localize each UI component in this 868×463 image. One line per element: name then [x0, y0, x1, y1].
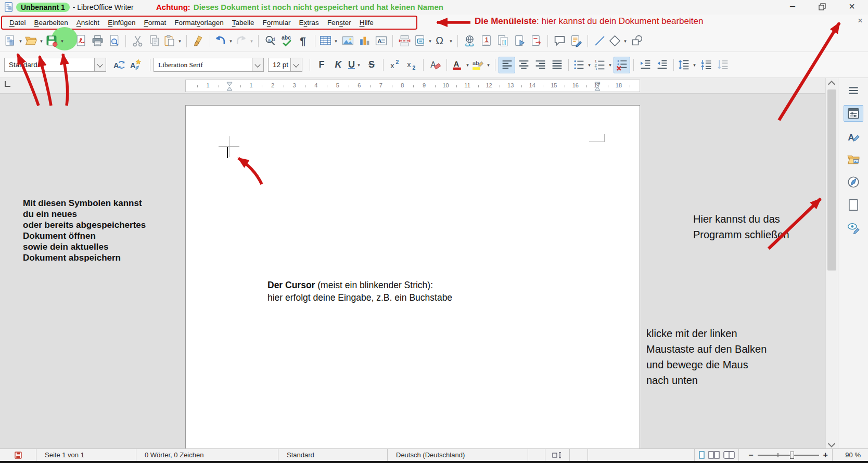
spelling-button[interactable]: abc — [278, 33, 295, 49]
menu-hilfe[interactable]: Hilfe — [355, 17, 378, 29]
sidebar-tab-gallery[interactable] — [844, 151, 863, 168]
align-right-button[interactable] — [532, 57, 548, 73]
insert-page-break-button[interactable] — [396, 33, 413, 49]
maximize-button[interactable] — [812, 0, 833, 14]
strikethrough-button[interactable]: S — [363, 57, 380, 73]
insert-footnote-button[interactable]: [i] — [494, 33, 511, 49]
decrease-indent-button[interactable] — [654, 57, 670, 73]
open-button[interactable]: ▾ — [24, 33, 45, 49]
show-draw-functions-button[interactable] — [629, 33, 645, 49]
menu-datei[interactable]: Datei — [5, 17, 30, 29]
minimize-button[interactable]: – — [782, 0, 803, 14]
undo-dropdown-icon[interactable]: ▾ — [228, 38, 234, 44]
save-button[interactable]: ▾ — [45, 33, 66, 49]
zoom-slider-thumb[interactable] — [790, 452, 794, 459]
insert-special-character-button[interactable]: Ω▾ — [433, 33, 454, 49]
align-justify-button[interactable] — [548, 57, 565, 73]
basic-shapes-button[interactable]: ▾ — [608, 33, 629, 49]
sidebar-tab-sidebar-settings[interactable] — [844, 82, 863, 99]
redo-button[interactable]: ▾ — [234, 33, 255, 49]
unordered-list-dropdown-icon[interactable]: ▾ — [586, 62, 592, 68]
save-status-cell[interactable] — [0, 449, 36, 461]
menu-formatvorlagen[interactable]: Formatvorlagen — [170, 17, 228, 29]
insert-table-dropdown-icon[interactable]: ▾ — [333, 38, 339, 44]
menu-einfgen[interactable]: Einfügen — [104, 17, 139, 29]
page-count-cell[interactable]: Seite 1 von 1 — [36, 449, 136, 461]
insert-bookmark-button[interactable] — [511, 33, 528, 49]
insert-chart-button[interactable] — [356, 33, 373, 49]
insert-field-dropdown-icon[interactable]: ▾ — [427, 38, 433, 44]
export-pdf-button[interactable] — [72, 33, 89, 49]
underline-dropdown-icon[interactable]: ▾ — [356, 62, 362, 68]
highlighting-color-dropdown-icon[interactable]: ▾ — [486, 62, 491, 68]
bold-button[interactable]: F — [313, 57, 330, 73]
copy-button[interactable] — [146, 33, 162, 49]
font-size-combo[interactable]: 12 pt — [268, 58, 302, 72]
formatting-marks-button[interactable]: ¶ — [295, 33, 312, 49]
language-cell[interactable]: Deutsch (Deutschland) — [388, 449, 528, 461]
left-indent-marker[interactable] — [226, 82, 233, 91]
font-size-dropdown-icon[interactable] — [290, 58, 302, 71]
paste-dropdown-icon[interactable]: ▾ — [177, 38, 183, 44]
subscript-button[interactable]: x2 — [403, 57, 420, 73]
menu-bearbeiten[interactable]: Bearbeiten — [30, 17, 72, 29]
print-preview-button[interactable] — [106, 33, 122, 49]
insert-field-button[interactable]: ▾ — [413, 33, 433, 49]
scroll-down-icon[interactable] — [828, 440, 835, 447]
insert-cross-reference-button[interactable] — [528, 33, 544, 49]
increase-indent-button[interactable] — [637, 57, 654, 73]
sidebar-tab-properties[interactable] — [844, 105, 863, 122]
insert-text-frame-button[interactable]: A — [373, 33, 389, 49]
line-spacing-dropdown-icon[interactable]: ▾ — [692, 62, 697, 68]
insert-table-button[interactable]: ▾ — [318, 33, 339, 49]
redo-dropdown-icon[interactable]: ▾ — [249, 38, 254, 44]
align-left-button[interactable] — [499, 57, 515, 73]
track-changes-button[interactable] — [568, 33, 584, 49]
document-page[interactable] — [185, 105, 640, 448]
vertical-scrollbar[interactable] — [825, 78, 838, 448]
insert-special-character-dropdown-icon[interactable]: ▾ — [448, 38, 454, 44]
single-page-view-icon[interactable] — [699, 451, 705, 459]
clear-formatting-button[interactable]: A — [427, 57, 443, 73]
zoom-slider[interactable] — [758, 452, 819, 459]
underline-button[interactable]: U▾ — [347, 57, 363, 73]
insert-hyperlink-button[interactable] — [461, 33, 478, 49]
zoom-in-icon[interactable]: + — [823, 452, 828, 459]
clone-formatting-button[interactable] — [190, 33, 207, 49]
open-dropdown-icon[interactable]: ▾ — [39, 38, 44, 44]
paragraph-style-combo[interactable]: Standard — [4, 58, 106, 72]
font-color-button[interactable]: A▾ — [450, 57, 471, 73]
selection-mode-cell[interactable] — [545, 449, 570, 461]
font-name-combo[interactable]: Liberation Serif — [154, 58, 264, 72]
ordered-list-dropdown-icon[interactable]: ▾ — [607, 62, 613, 68]
update-style-button[interactable]: A — [110, 57, 127, 73]
menu-extras[interactable]: Extras — [295, 17, 323, 29]
insert-line-button[interactable] — [591, 33, 608, 49]
page-style-cell[interactable]: Standard — [278, 449, 388, 461]
new-document-dropdown-icon[interactable]: ▾ — [18, 38, 23, 44]
no-list-button[interactable] — [614, 57, 630, 73]
scrollbar-thumb[interactable] — [827, 89, 836, 271]
font-color-dropdown-icon[interactable]: ▾ — [465, 62, 470, 68]
superscript-button[interactable]: x2 — [387, 57, 403, 73]
sidebar-tab-page[interactable] — [844, 197, 863, 213]
decrease-paragraph-spacing-button[interactable] — [714, 57, 731, 73]
new-style-button[interactable]: A — [127, 57, 144, 73]
italic-button[interactable]: K — [330, 57, 347, 73]
paragraph-style-dropdown-icon[interactable] — [94, 58, 106, 71]
find-and-replace-button[interactable]: ad — [262, 33, 278, 49]
ordered-list-button[interactable]: 123▾ — [593, 57, 614, 73]
save-dropdown-icon[interactable]: ▾ — [59, 38, 65, 44]
cut-button[interactable] — [129, 33, 146, 49]
multi-page-view-icon[interactable] — [708, 451, 720, 459]
undo-button[interactable]: ▾ — [213, 33, 234, 49]
document-close-icon[interactable]: × — [855, 16, 865, 25]
align-center-button[interactable] — [515, 57, 532, 73]
sidebar-tab-navigator[interactable] — [844, 174, 863, 190]
scroll-up-icon[interactable] — [828, 81, 835, 88]
line-spacing-button[interactable]: ▾ — [677, 57, 698, 73]
menu-format[interactable]: Format — [139, 17, 170, 29]
menu-formular[interactable]: Formular — [259, 17, 295, 29]
zoom-out-icon[interactable]: − — [748, 452, 753, 459]
menu-ansicht[interactable]: Ansicht — [72, 17, 104, 29]
